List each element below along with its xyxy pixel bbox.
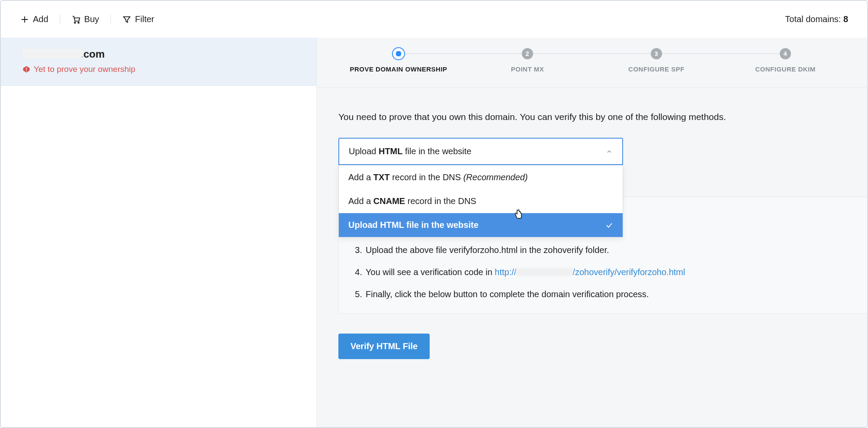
check-icon [605,221,613,229]
chevron-up-icon [606,148,613,155]
domain-suffix: .com [80,48,105,60]
step-prove-ownership[interactable]: 1 PROVE DOMAIN OWNERSHIP [334,48,463,73]
total-domains-label: Total domains: [785,14,843,24]
instruction-step-5: 5. Finally, click the below button to co… [352,289,867,299]
svg-point-3 [78,22,79,23]
step-label: PROVE DOMAIN OWNERSHIP [350,65,447,73]
step-point-mx[interactable]: 2 POINT MX [463,48,592,73]
dropdown-options: Add a TXT record in the DNS (Recommended… [338,165,623,237]
cart-icon [71,15,81,24]
add-button[interactable]: Add [20,14,48,24]
main-panel: 1 PROVE DOMAIN OWNERSHIP 2 POINT MX 3 CO… [317,38,867,427]
buy-button[interactable]: Buy [71,14,99,24]
add-label: Add [33,14,48,24]
option-cname-record[interactable]: Add a CNAME record in the DNS [339,189,623,213]
total-domains: Total domains: 8 [785,14,848,24]
domain-name: .com [23,48,295,60]
step-configure-dkim[interactable]: 4 CONFIGURE DKIM [721,48,850,73]
step-label: POINT MX [511,65,544,73]
wizard-steps: 1 PROVE DOMAIN OWNERSHIP 2 POINT MX 3 CO… [317,38,867,88]
svg-point-2 [74,22,75,23]
domain-status-text: Yet to prove your ownership [34,65,135,74]
instruction-step-3: 3. Upload the above file verifyforzoho.h… [352,245,867,255]
step-label: CONFIGURE DKIM [755,65,816,73]
instruction-step-4: 4. You will see a verification code in h… [352,267,867,277]
toolbar-divider [110,15,111,24]
verify-html-file-button[interactable]: Verify HTML File [338,334,430,359]
option-upload-html[interactable]: Upload HTML file in the website [339,213,623,237]
top-toolbar: Add Buy Filter Total domains: 8 [1,1,867,38]
filter-icon [122,15,132,24]
filter-button[interactable]: Filter [122,14,154,24]
step-configure-spf[interactable]: 3 CONFIGURE SPF [592,48,721,73]
domain-status: Yet to prove your ownership [23,65,295,74]
dropdown-selected[interactable]: Upload HTML file in the website [338,138,623,165]
svg-point-6 [26,71,27,71]
total-domains-count: 8 [843,14,848,24]
domain-list-item[interactable]: .com Yet to prove your ownership [1,38,316,86]
intro-text: You need to prove that you own this doma… [338,112,841,122]
step-label: CONFIGURE SPF [628,65,685,73]
toolbar-divider [60,15,60,24]
buy-label: Buy [84,14,99,24]
domain-sidebar: .com Yet to prove your ownership [1,38,317,427]
filter-label: Filter [135,14,154,24]
option-txt-record[interactable]: Add a TXT record in the DNS (Recommended… [339,165,623,189]
plus-icon [20,15,29,24]
verification-method-dropdown[interactable]: Upload HTML file in the website Add a TX… [338,138,623,237]
warning-icon [23,65,30,73]
verification-url-link[interactable]: http:///zohoverify/verifyforzoho.html [495,267,685,277]
